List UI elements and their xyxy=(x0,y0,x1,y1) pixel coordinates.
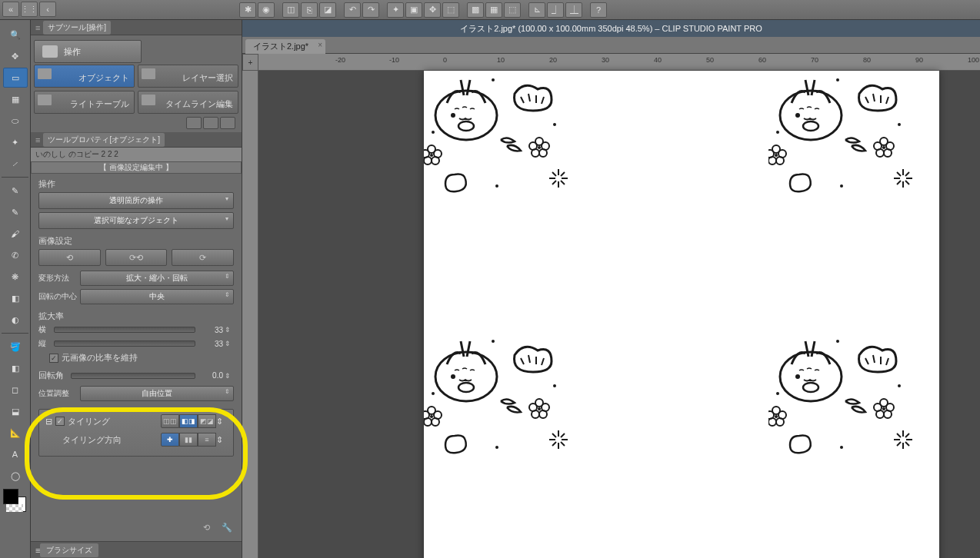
grid-icon[interactable]: ▩ xyxy=(467,2,484,18)
tiling-stepper-icon[interactable]: ⇕ xyxy=(216,414,227,428)
tool-property-tab[interactable]: ツールプロパティ[オブジェクト] xyxy=(43,133,165,147)
flip-h-button[interactable]: ⟳⟲ xyxy=(105,249,168,266)
transparent-color[interactable] xyxy=(6,504,23,512)
tool-airbrush[interactable]: ✆ xyxy=(3,245,28,265)
position-dropdown[interactable]: 自由位置 xyxy=(80,386,234,401)
redo-icon[interactable]: ↷ xyxy=(362,2,379,18)
tool-text[interactable]: A xyxy=(3,444,28,464)
tool-eraser[interactable]: ◧ xyxy=(3,288,28,308)
height-value[interactable]: 33 xyxy=(195,340,225,348)
rotation-slider[interactable] xyxy=(71,373,195,379)
new-file-icon[interactable]: ◫ xyxy=(282,2,299,18)
direction-horizontal-button[interactable]: ▮▮ xyxy=(179,433,198,447)
wrench-icon[interactable]: 🔧 xyxy=(222,523,235,535)
tool-operation[interactable]: ▭ xyxy=(3,68,28,88)
tool-move[interactable]: ✥ xyxy=(3,46,28,66)
selection-icon[interactable]: ⬚ xyxy=(504,2,521,18)
tool-ruler[interactable]: 📐 xyxy=(3,423,28,443)
clear-icon[interactable]: ✦ xyxy=(387,2,404,18)
height-stepper-icon[interactable]: ⇕ xyxy=(225,340,234,347)
tool-eyedropper[interactable]: ⟋ xyxy=(3,154,28,174)
direction-both-button[interactable]: ✚ xyxy=(161,433,179,447)
rotation-center-dropdown[interactable]: 中央 xyxy=(80,289,234,304)
help-icon[interactable]: ? xyxy=(590,2,607,18)
tiling-repeat-button[interactable]: ◫◫ xyxy=(161,414,179,428)
tiling-direction-label: タイリング方向 xyxy=(62,434,122,446)
rotate-ccw-button[interactable]: ⟲ xyxy=(38,249,101,266)
menu-grip-icon[interactable]: ⋮⋮ xyxy=(21,2,38,17)
reset-icon[interactable]: ⟲ xyxy=(203,523,217,535)
tool-blend[interactable]: ◐ xyxy=(3,310,28,330)
height-slider[interactable] xyxy=(54,340,195,347)
canvas-viewport[interactable] xyxy=(258,71,980,558)
tool-wand[interactable]: ✦ xyxy=(3,132,28,152)
operation-label: 操作 xyxy=(64,46,81,58)
tiling-checkbox[interactable]: ✓ xyxy=(55,417,65,426)
document-title: イラスト2.jpg* (100.00 x 100.00mm 350dpi 48.… xyxy=(460,23,762,35)
collapse-left-icon[interactable]: « xyxy=(2,2,19,17)
save-icon[interactable]: ◪ xyxy=(319,2,336,18)
subtool-light-table[interactable]: ライトテーブル xyxy=(34,91,135,114)
tool-frame[interactable]: ⬓ xyxy=(3,401,28,421)
width-value[interactable]: 33 xyxy=(195,326,225,334)
rotate-cw-button[interactable]: ⟳ xyxy=(172,249,234,266)
panel-menu-icon[interactable]: ≡ xyxy=(35,135,40,144)
snap-ruler-icon[interactable]: ⏌ xyxy=(547,2,564,18)
arrow-left-icon[interactable]: ‹ xyxy=(39,2,56,17)
scale-label: 拡大率 xyxy=(38,311,234,322)
snap-perp-icon[interactable]: ⊾ xyxy=(528,2,545,18)
subtool-delete-icon[interactable] xyxy=(220,117,235,129)
width-label: 横 xyxy=(38,324,54,335)
tiling-mirror-button[interactable]: ◧◨ xyxy=(179,414,198,428)
tool-layer-move[interactable]: ▦ xyxy=(3,89,28,109)
tool-zoom[interactable]: 🔍 xyxy=(3,25,28,45)
ruler-corner[interactable]: + xyxy=(242,54,258,71)
tool-balloon[interactable]: ◯ xyxy=(3,466,28,486)
width-stepper-icon[interactable]: ⇕ xyxy=(225,326,234,334)
clip-studio-icon[interactable]: ✱ xyxy=(239,2,256,18)
position-label: 位置調整 xyxy=(38,388,77,399)
keep-ratio-checkbox[interactable]: ✓ 元画像の比率を維持 xyxy=(49,352,234,364)
expand-icon[interactable]: ⊟ xyxy=(45,417,52,427)
foreground-color[interactable] xyxy=(3,489,18,504)
tool-pencil[interactable]: ✎ xyxy=(3,202,28,222)
crop-icon[interactable]: ▣ xyxy=(405,2,422,18)
direction-stepper-icon[interactable]: ⇕ xyxy=(216,433,227,447)
open-file-icon[interactable]: ⎘ xyxy=(301,2,318,18)
tool-decoration[interactable]: ❋ xyxy=(3,267,28,287)
document-tab[interactable]: イラスト2.jpg* × xyxy=(245,39,325,54)
tiling-flip-button[interactable]: ◩◪ xyxy=(198,414,216,428)
tool-gradient[interactable]: ◧ xyxy=(3,358,28,378)
subtool-new-icon[interactable] xyxy=(203,117,218,129)
width-slider[interactable] xyxy=(54,327,195,333)
canvas[interactable] xyxy=(424,71,939,558)
rotation-value[interactable]: 0.0 xyxy=(195,371,225,380)
close-tab-icon[interactable]: × xyxy=(318,41,322,49)
transform-method-dropdown[interactable]: 拡大・縮小・回転 xyxy=(80,271,234,286)
undo-icon[interactable]: ↶ xyxy=(344,2,361,18)
tool-brush[interactable]: 🖌 xyxy=(3,224,28,244)
operation-main-button[interactable]: 操作 xyxy=(34,40,142,63)
direction-vertical-button[interactable]: ≡ xyxy=(198,433,216,447)
panel-menu-icon[interactable]: ≡ xyxy=(35,23,40,32)
height-label: 縦 xyxy=(38,338,54,349)
transform-icon[interactable]: ⬚ xyxy=(442,2,459,18)
snap-grid-icon[interactable]: ⏊ xyxy=(565,2,582,18)
subtool-timeline[interactable]: タイムライン編集 xyxy=(138,91,238,114)
transparent-operation-dropdown[interactable]: 透明箇所の操作 xyxy=(38,192,234,209)
tool-fill[interactable]: 🪣 xyxy=(3,337,28,357)
document-tab-label: イラスト2.jpg* xyxy=(253,42,308,51)
checker-icon[interactable]: ▦ xyxy=(485,2,502,18)
subtool-layer-select[interactable]: レイヤー選択 xyxy=(138,65,238,88)
brush-size-tab[interactable]: ブラシサイズ xyxy=(40,543,98,557)
subtool-object[interactable]: オブジェクト xyxy=(34,65,135,88)
move-icon[interactable]: ✥ xyxy=(424,2,441,18)
selectable-object-dropdown[interactable]: 選択可能なオブジェクト xyxy=(38,212,234,229)
swirl-icon[interactable]: ◉ xyxy=(258,2,275,18)
tool-figure[interactable]: ◻ xyxy=(3,380,28,400)
subtool-tab[interactable]: サブツール[操作] xyxy=(43,21,111,35)
tool-pen[interactable]: ✎ xyxy=(3,181,28,201)
tool-marquee[interactable]: ⬭ xyxy=(3,111,28,131)
subtool-duplicate-icon[interactable] xyxy=(186,117,202,129)
rotation-stepper-icon[interactable]: ⇕ xyxy=(225,372,234,380)
